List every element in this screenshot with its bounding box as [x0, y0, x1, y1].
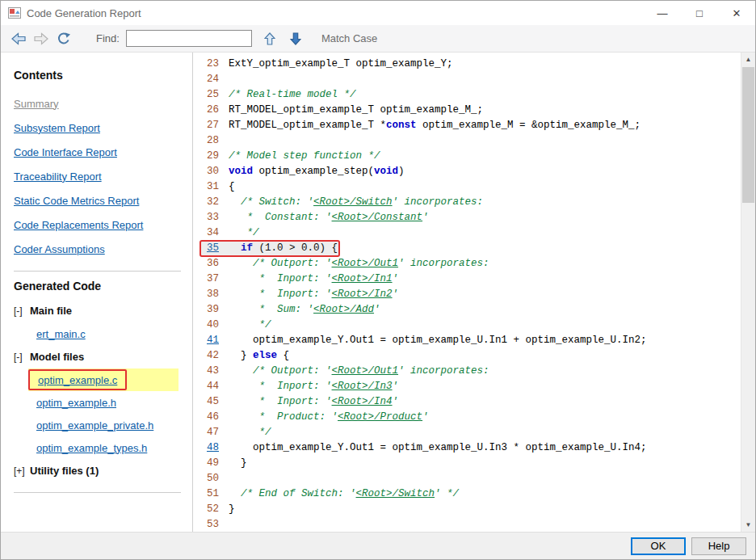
line-number-32: 32	[198, 195, 219, 210]
trace-link-root-switch[interactable]: <Root>/Switch	[313, 196, 393, 208]
file-link-ert-main-c[interactable]: ert_main.c	[36, 328, 86, 340]
maximize-button[interactable]: □	[681, 1, 718, 25]
scroll-down-button[interactable]: ▼	[741, 518, 755, 532]
code-listing: 23ExtY_optim_example_T optim_example_Y;2…	[193, 53, 741, 532]
code-segment: (1.0 > 0.0) {	[253, 242, 338, 254]
trace-link-root-in3[interactable]: <Root>/In3	[332, 381, 393, 392]
code-line-29: 29/* Model step function */	[198, 149, 741, 164]
code-line-53: 53	[198, 517, 741, 532]
line-number-link-41[interactable]: 41	[198, 333, 219, 348]
trace-link-root-switch[interactable]: <Root>/Switch	[356, 488, 435, 499]
find-input[interactable]	[126, 30, 252, 47]
file-link-optim-example-h[interactable]: optim_example.h	[36, 397, 116, 409]
code-line-42: 42 } else {	[198, 348, 741, 364]
line-number-38: 38	[198, 287, 219, 302]
trace-link-root-in4[interactable]: <Root>/In4	[332, 396, 393, 407]
code-text: * Inport: '<Root>/In2'	[229, 288, 398, 300]
code-line-51: 51 /* End of Switch: '<Root>/Switch' */	[198, 486, 741, 502]
code-line-33: 33 * Constant: '<Root>/Constant'	[198, 210, 741, 225]
tree-group-row: [-]Main file	[14, 299, 192, 322]
tree-group-label-utility-files-1: Utility files (1)	[30, 465, 99, 477]
refresh-button[interactable]	[54, 29, 74, 48]
trace-link-root-constant[interactable]: <Root>/Constant	[332, 212, 423, 223]
red-annotation-box: optim_example.c	[28, 369, 127, 390]
help-button[interactable]: Help	[691, 537, 746, 555]
expander-icon-model-files[interactable]: [-]	[14, 352, 30, 363]
sidebar-link-code-replacements-report[interactable]: Code Replacements Report	[14, 219, 143, 231]
code-line-27: 27RT_MODEL_optim_example_T *const optim_…	[198, 118, 741, 133]
tree-group-row: [-]Model files	[14, 345, 192, 368]
code-segment: '	[393, 273, 399, 284]
close-button[interactable]: ✕	[718, 1, 755, 25]
ok-button[interactable]: OK	[631, 537, 686, 555]
code-segment: '	[393, 288, 399, 300]
minimize-icon: —	[657, 8, 668, 19]
sidebar: Contents SummarySubsystem ReportCode Int…	[1, 53, 193, 532]
tree-group-label-model-files: Model files	[30, 351, 84, 363]
line-number-29: 29	[198, 149, 219, 164]
code-line-35: 35 if (1.0 > 0.0) {	[198, 241, 741, 256]
match-case-label[interactable]: Match Case	[321, 32, 377, 44]
trace-link-root-in1[interactable]: <Root>/In1	[332, 273, 393, 284]
sidebar-link-coder-assumptions[interactable]: Coder Assumptions	[14, 243, 105, 255]
code-text: * Inport: '<Root>/In1'	[229, 273, 398, 284]
code-text: RT_MODEL_optim_example_T optim_example_M…	[229, 104, 483, 116]
minimize-button[interactable]: —	[644, 1, 681, 25]
trace-link-root-out1[interactable]: <Root>/Out1	[332, 258, 399, 269]
code-text: optim_example_Y.Out1 = optim_example_U.I…	[229, 335, 647, 346]
code-segment: {	[277, 350, 289, 361]
trace-link-root-out1[interactable]: <Root>/Out1	[332, 365, 399, 377]
trace-link-root-add[interactable]: <Root>/Add	[313, 304, 374, 315]
contents-header: Contents	[14, 69, 192, 82]
code-line-23: 23ExtY_optim_example_T optim_example_Y;	[198, 57, 741, 72]
trace-link-root-product[interactable]: <Root>/Product	[338, 411, 422, 423]
scrollbar-thumb[interactable]	[742, 67, 754, 203]
code-text: * Product: '<Root>/Product'	[229, 411, 429, 423]
code-line-31: 31{	[198, 179, 741, 195]
code-segment: */	[229, 427, 271, 438]
expander-icon-main-file[interactable]: [-]	[14, 305, 30, 317]
trace-link-root-in2[interactable]: <Root>/In2	[332, 288, 393, 300]
code-segment: */	[229, 319, 271, 331]
code-line-32: 32 /* Switch: '<Root>/Switch' incorporat…	[198, 195, 741, 210]
code-line-44: 44 * Inport: '<Root>/In3'	[198, 379, 741, 394]
sidebar-link-subsystem-report[interactable]: Subsystem Report	[14, 122, 100, 134]
line-number-link-48[interactable]: 48	[198, 440, 219, 456]
forward-button[interactable]	[32, 29, 51, 48]
code-segment: void	[374, 166, 398, 177]
forward-arrow-icon	[33, 32, 49, 45]
file-link-optim-example-c[interactable]: optim_example.c	[38, 374, 117, 386]
nav-row: Traceability Report	[14, 164, 192, 188]
sidebar-link-summary[interactable]: Summary	[14, 98, 59, 110]
sidebar-link-traceability-report[interactable]: Traceability Report	[14, 171, 102, 183]
code-segment: else	[253, 350, 277, 361]
line-number-47: 47	[198, 425, 219, 440]
sidebar-link-code-interface-report[interactable]: Code Interface Report	[14, 146, 117, 158]
code-segment: '	[393, 396, 399, 407]
code-segment: '	[393, 381, 399, 392]
code-segment: }	[229, 503, 235, 515]
scroll-up-button[interactable]: ▲	[741, 53, 755, 66]
code-segment: if	[241, 242, 253, 254]
expander-icon-utility-files-1[interactable]: [+]	[14, 465, 30, 477]
sidebar-link-static-code-metrics-report[interactable]: Static Code Metrics Report	[14, 195, 139, 207]
titlebar: Code Generation Report — □ ✕	[1, 1, 755, 25]
code-segment: optim_example_step(	[253, 166, 374, 177]
file-link-optim-example-private-h[interactable]: optim_example_private.h	[36, 419, 153, 432]
code-segment: void	[229, 166, 253, 177]
code-text: {	[229, 181, 235, 192]
code-segment: }	[229, 457, 247, 469]
back-arrow-icon	[10, 32, 27, 45]
file-link-optim-example-types-h[interactable]: optim_example_types.h	[36, 442, 147, 454]
line-number-36: 36	[198, 256, 219, 272]
line-number-link-35[interactable]: 35	[198, 241, 219, 256]
code-line-28: 28	[198, 133, 741, 149]
vertical-scrollbar[interactable]: ▲ ▼	[741, 53, 755, 532]
code-line-41: 41 optim_example_Y.Out1 = optim_example_…	[198, 333, 741, 348]
sidebar-divider	[14, 271, 181, 272]
back-button[interactable]	[9, 29, 28, 48]
find-previous-button[interactable]	[260, 29, 279, 48]
code-line-36: 36 /* Outport: '<Root>/Out1' incorporate…	[198, 256, 741, 272]
find-next-button[interactable]	[286, 29, 305, 48]
code-line-49: 49 }	[198, 456, 741, 471]
